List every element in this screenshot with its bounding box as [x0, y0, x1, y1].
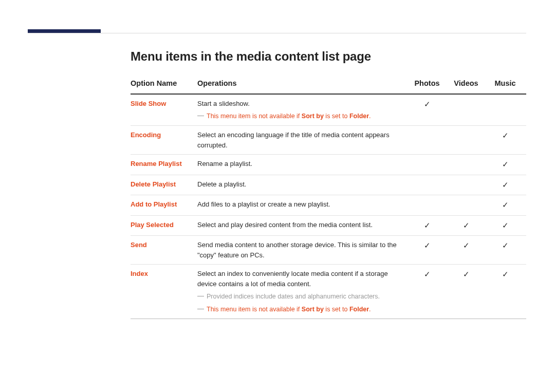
option-operations: Start a slideshow.This menu item is not … — [197, 94, 409, 126]
col-header-music: Music — [487, 74, 526, 94]
check-videos — [448, 126, 487, 155]
check-videos: ✓ — [448, 215, 487, 236]
option-name: Send — [131, 236, 197, 265]
check-photos: ✓ — [409, 236, 448, 265]
option-operations: Send media content to another storage de… — [197, 236, 409, 265]
check-videos — [448, 155, 487, 175]
table-row: Rename PlaylistRename a playlist.✓ — [131, 155, 526, 175]
check-music: ✓ — [487, 265, 526, 319]
check-photos — [409, 175, 448, 195]
check-photos — [409, 126, 448, 155]
option-description: Select and play desired content from the… — [197, 221, 373, 229]
table-row: Delete PlaylistDelete a playlist.✓ — [131, 175, 526, 195]
check-photos: ✓ — [409, 265, 448, 319]
option-description: Start a slideshow. — [197, 100, 250, 107]
check-videos — [448, 94, 487, 126]
option-operations: Delete a playlist. — [197, 175, 409, 195]
table-row: EncodingSelect an encoding language if t… — [131, 126, 526, 155]
option-name: Delete Playlist — [131, 175, 197, 195]
option-description: Select an index to conveniently locate m… — [197, 270, 388, 288]
check-music: ✓ — [487, 175, 526, 195]
option-description: Delete a playlist. — [197, 180, 246, 188]
col-header-ops: Operations — [197, 74, 409, 94]
check-videos — [448, 195, 487, 216]
option-name: Encoding — [131, 126, 197, 155]
check-music: ✓ — [487, 126, 526, 155]
col-header-photos: Photos — [409, 74, 448, 94]
top-rule — [28, 33, 526, 33]
check-photos — [409, 155, 448, 175]
content-area: Menu items in the media content list pag… — [131, 49, 526, 319]
check-music: ✓ — [487, 195, 526, 216]
table-row: Slide ShowStart a slideshow.This menu it… — [131, 94, 526, 126]
option-description: Select an encoding language if the title… — [197, 131, 390, 149]
check-music: ✓ — [487, 236, 526, 265]
page-title: Menu items in the media content list pag… — [131, 49, 526, 64]
table-header-row: Option Name Operations Photos Videos Mus… — [131, 74, 526, 94]
option-operations: Rename a playlist. — [197, 155, 409, 175]
table-row: SendSend media content to another storag… — [131, 236, 526, 265]
check-music: ✓ — [487, 155, 526, 175]
check-videos — [448, 175, 487, 195]
option-name: Add to Playlist — [131, 195, 197, 216]
option-description: Add files to a playlist or create a new … — [197, 200, 330, 208]
table-row: Add to PlaylistAdd files to a playlist o… — [131, 195, 526, 216]
check-photos: ✓ — [409, 94, 448, 126]
option-description: Rename a playlist. — [197, 160, 252, 167]
check-photos: ✓ — [409, 215, 448, 236]
option-operations: Add files to a playlist or create a new … — [197, 195, 409, 216]
option-operations: Select an index to conveniently locate m… — [197, 265, 409, 319]
option-name: Index — [131, 265, 197, 319]
option-name: Play Selected — [131, 215, 197, 236]
option-note: This menu item is not available if Sort … — [197, 305, 406, 314]
table-row: Play SelectedSelect and play desired con… — [131, 215, 526, 236]
check-photos — [409, 195, 448, 216]
check-music: ✓ — [487, 215, 526, 236]
option-operations: Select an encoding language if the title… — [197, 126, 409, 155]
check-music — [487, 94, 526, 126]
option-operations: Select and play desired content from the… — [197, 215, 409, 236]
check-videos: ✓ — [448, 236, 487, 265]
col-header-videos: Videos — [448, 74, 487, 94]
col-header-name: Option Name — [131, 74, 197, 94]
option-note: This menu item is not available if Sort … — [197, 111, 406, 121]
options-table: Option Name Operations Photos Videos Mus… — [131, 74, 526, 319]
option-description: Send media content to another storage de… — [197, 241, 397, 259]
option-name: Rename Playlist — [131, 155, 197, 175]
check-videos: ✓ — [448, 265, 487, 319]
table-row: IndexSelect an index to conveniently loc… — [131, 265, 526, 319]
option-name: Slide Show — [131, 94, 197, 126]
option-note: Provided indices include dates and alpha… — [197, 292, 406, 302]
